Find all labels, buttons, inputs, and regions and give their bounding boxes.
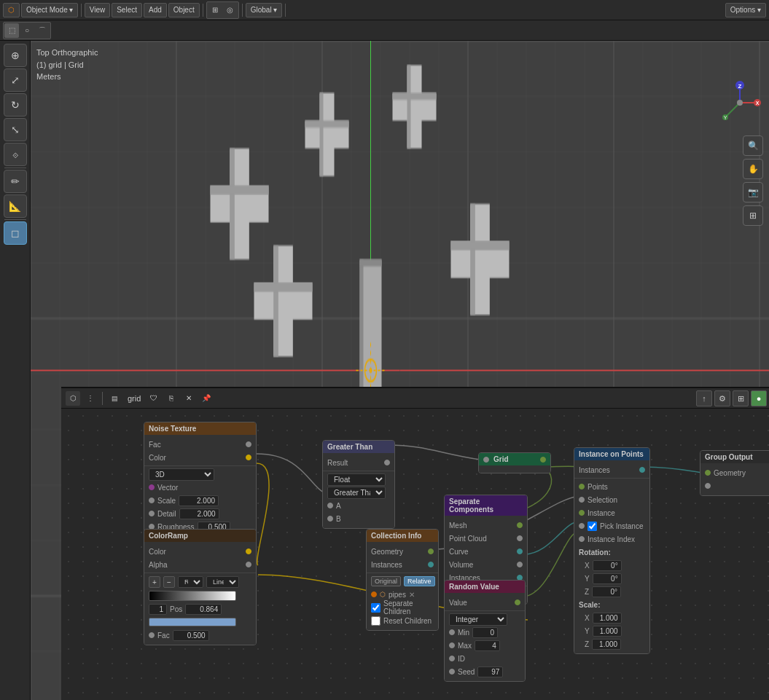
proportional-icon[interactable]: ◎ xyxy=(223,3,238,17)
rand-min-input[interactable] xyxy=(472,627,498,638)
node-canvas[interactable]: Noise Texture Fac Color xyxy=(61,409,769,700)
sep-mesh-socket[interactable] xyxy=(517,522,523,528)
group-geo-socket[interactable] xyxy=(705,470,711,476)
rand-seed-input[interactable] xyxy=(477,666,503,677)
colorramp-gradient-bar[interactable] xyxy=(149,591,236,601)
node-collection-info[interactable]: Collection Info Geometry Instances xyxy=(366,529,439,631)
select-lasso-btn[interactable]: ⌒ xyxy=(35,23,50,38)
colorramp-fac-socket[interactable] xyxy=(149,632,155,638)
greater-result-socket[interactable] xyxy=(384,460,390,465)
greater-type-dropdown[interactable]: Greater Than xyxy=(327,487,386,499)
colorramp-color-socket[interactable] xyxy=(246,548,251,554)
colorramp-interp-dropdown[interactable]: Linear xyxy=(206,576,239,588)
noise-color-socket[interactable] xyxy=(246,455,251,460)
inst-selection-socket[interactable] xyxy=(579,497,585,503)
noise-scale-input[interactable] xyxy=(179,495,219,506)
global-selector[interactable]: Global ▾ xyxy=(246,3,282,17)
node-color-ramp[interactable]: ColorRamp Color Alpha + xyxy=(144,529,257,645)
noise-detail-input[interactable] xyxy=(179,508,219,519)
rand-value-socket[interactable] xyxy=(515,599,520,605)
menu-view[interactable]: View xyxy=(85,3,111,17)
coll-pipe-socket[interactable] xyxy=(371,591,377,597)
colorramp-index-input[interactable] xyxy=(149,604,167,615)
greater-float-dropdown[interactable]: Float xyxy=(327,473,386,486)
inst-scale-x-input[interactable] xyxy=(593,613,622,624)
grid-header-socket[interactable] xyxy=(483,457,489,463)
ne-arrow-up[interactable]: ↑ xyxy=(696,390,712,406)
node-group-output[interactable]: Group Output Geometry xyxy=(700,450,769,496)
menu-object[interactable]: Object xyxy=(168,3,200,17)
hand-icon[interactable]: ✋ xyxy=(743,159,763,179)
noise-detail-socket[interactable] xyxy=(149,511,155,516)
blender-menu[interactable]: ⬡ xyxy=(3,3,20,17)
group-extra-socket[interactable] xyxy=(705,483,711,489)
inst-points-socket[interactable] xyxy=(579,484,585,489)
rand-max-input[interactable] xyxy=(475,640,500,651)
colorramp-pos-input[interactable] xyxy=(185,604,222,615)
rand-seed-socket[interactable] xyxy=(449,669,455,675)
zoom-icon[interactable]: 🔍 xyxy=(743,135,763,156)
node-grid[interactable]: Grid xyxy=(478,452,551,473)
noise-fac-socket[interactable] xyxy=(246,441,251,447)
noise-scale-socket[interactable] xyxy=(149,498,155,503)
inst-pick-checkbox[interactable] xyxy=(588,522,597,531)
inst-instances-out-socket[interactable] xyxy=(639,467,645,473)
rotate-icon[interactable]: ↻ xyxy=(4,93,27,117)
inst-index-socket[interactable] xyxy=(579,536,585,542)
noise-vector-socket-in[interactable] xyxy=(149,484,155,490)
node-greater-than[interactable]: Greater Than Result Float xyxy=(322,440,395,529)
viewport[interactable]: Top Orthographic (1) grid | Grid Meters … xyxy=(31,41,769,700)
inst-rot-x-input[interactable] xyxy=(593,560,622,571)
node-tree-name-icon[interactable]: ▤ xyxy=(107,391,122,406)
transform-icon[interactable]: ⟐ xyxy=(4,143,27,166)
scale-icon[interactable]: ⤡ xyxy=(4,118,27,141)
colorramp-alpha-socket[interactable] xyxy=(246,562,251,567)
menu-select[interactable]: Select xyxy=(112,3,142,17)
greater-a-socket[interactable] xyxy=(327,503,333,508)
node-editor-type-icon[interactable]: ⬡ xyxy=(66,391,80,406)
inst-rot-z-input[interactable] xyxy=(592,586,621,597)
inst-pick-socket[interactable] xyxy=(579,523,585,529)
colorramp-fac-input[interactable] xyxy=(173,630,209,641)
coll-relative-btn[interactable]: Relative xyxy=(404,576,435,586)
inst-instance-socket[interactable] xyxy=(579,510,585,516)
colorramp-remove-btn[interactable]: − xyxy=(163,576,175,588)
cube-icon[interactable]: ◻ xyxy=(4,221,27,245)
coll-inst-socket[interactable] xyxy=(428,562,434,567)
coll-remove-item-btn[interactable]: ✕ xyxy=(409,591,415,599)
node-x-icon[interactable]: ✕ xyxy=(181,391,196,406)
rand-type-dropdown[interactable]: Integer xyxy=(449,613,507,626)
select-circle-btn[interactable]: ○ xyxy=(20,23,34,38)
ne-shader-icon[interactable]: ● xyxy=(751,390,767,406)
mode-selector[interactable]: Object Mode ▾ xyxy=(21,3,78,17)
cursor-icon[interactable]: ⊕ xyxy=(4,44,27,67)
coll-original-btn[interactable]: Original xyxy=(371,576,401,586)
inst-scale-y-input[interactable] xyxy=(593,626,622,637)
move-icon[interactable]: ⤢ xyxy=(4,68,27,92)
coll-separate-checkbox[interactable] xyxy=(371,603,380,613)
rand-min-socket[interactable] xyxy=(449,629,455,635)
rand-max-socket[interactable] xyxy=(449,642,455,648)
inst-rot-y-input[interactable] xyxy=(593,573,622,584)
node-shield-icon[interactable]: 🛡 xyxy=(147,391,161,406)
colorramp-color-display[interactable] xyxy=(149,618,236,626)
noise-3d-dropdown[interactable]: 3D xyxy=(149,468,214,481)
coll-reset-checkbox[interactable] xyxy=(371,616,380,626)
menu-add[interactable]: Add xyxy=(144,3,167,17)
sep-pointcloud-socket[interactable] xyxy=(517,535,523,541)
colorramp-add-btn[interactable]: + xyxy=(149,576,160,588)
select-box-btn[interactable]: ⬚ xyxy=(4,23,19,38)
ne-grid-icon[interactable]: ⊞ xyxy=(733,390,749,406)
grid-out-socket[interactable] xyxy=(540,457,546,463)
node-random-value[interactable]: Random Value Value Integer xyxy=(444,580,526,682)
ne-settings[interactable]: ⚙ xyxy=(714,390,730,406)
options-btn[interactable]: Options ▾ xyxy=(725,3,766,17)
sep-curve-socket[interactable] xyxy=(517,548,523,554)
camera-icon[interactable]: 📷 xyxy=(743,182,763,202)
snap-icon[interactable]: ⊞ xyxy=(208,3,222,17)
node-copy-icon[interactable]: ⎘ xyxy=(164,391,179,406)
annotate-icon[interactable]: ✏ xyxy=(4,170,27,193)
greater-b-socket[interactable] xyxy=(327,516,333,522)
measure-icon[interactable]: 📐 xyxy=(4,194,27,218)
coll-geo-socket[interactable] xyxy=(428,548,434,554)
